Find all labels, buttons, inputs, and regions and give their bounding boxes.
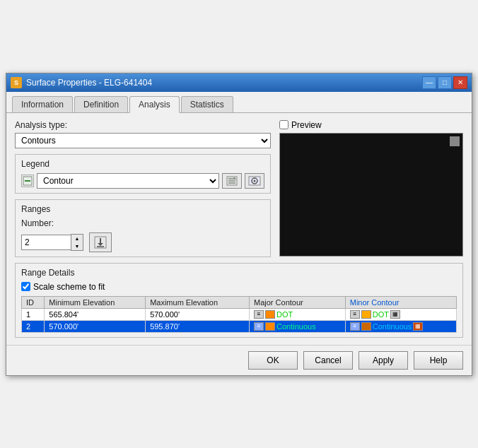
minor-pattern-icon-1[interactable]: ≡ bbox=[350, 310, 360, 319]
scale-checkbox-row: Scale scheme to fit bbox=[21, 282, 457, 292]
legend-icon bbox=[21, 175, 34, 187]
ok-button[interactable]: OK bbox=[248, 351, 298, 370]
number-input[interactable]: 2 bbox=[21, 235, 71, 250]
number-spinner: 2 ▲ ▼ bbox=[21, 234, 83, 251]
view-legend-button[interactable] bbox=[245, 173, 264, 189]
major-text-2: Continuous bbox=[276, 322, 316, 331]
range-table: ID Minimum Elevation Maximum Elevation M… bbox=[21, 296, 457, 333]
table-row[interactable]: 1 565.804' 570.000' ≡ DOT ≡ bbox=[22, 308, 457, 320]
cell-major-1: ≡ DOT bbox=[250, 308, 346, 320]
title-buttons: — □ ✕ bbox=[422, 76, 467, 89]
preview-label: Preview bbox=[291, 120, 322, 130]
major-pattern-icon-1[interactable]: ≡ bbox=[254, 310, 264, 319]
title-bar: S Surface Properties - ELG-641404 — □ ✕ bbox=[6, 73, 472, 92]
cell-min-1: 565.804' bbox=[45, 308, 146, 320]
legend-section: Legend Contour bbox=[15, 154, 271, 194]
major-color-icon-2[interactable] bbox=[265, 322, 275, 331]
cell-minor-2: ≡ Continuous ▦ bbox=[345, 320, 456, 332]
major-color-icon-1[interactable] bbox=[265, 310, 275, 319]
analysis-type-row: Contours bbox=[15, 133, 271, 148]
tab-bar: Information Definition Analysis Statisti… bbox=[6, 92, 472, 113]
top-row: Analysis type: Contours Legend bbox=[15, 120, 463, 257]
number-label: Number: bbox=[21, 218, 264, 228]
minor-color-icon-1[interactable] bbox=[361, 310, 371, 319]
cell-max-2: 595.870' bbox=[146, 320, 250, 332]
cell-min-2: 570.000' bbox=[45, 320, 146, 332]
tab-information[interactable]: Information bbox=[12, 96, 73, 112]
col-header-min-elev: Minimum Elevation bbox=[45, 296, 146, 308]
major-icons-2: ≡ Continuous bbox=[254, 322, 341, 331]
legend-row: Contour bbox=[21, 173, 264, 189]
main-window: S Surface Properties - ELG-641404 — □ ✕ … bbox=[6, 73, 472, 376]
analysis-type-label: Analysis type: bbox=[15, 120, 271, 130]
app-icon: S bbox=[11, 77, 22, 88]
col-header-major: Major Contour bbox=[250, 296, 346, 308]
tab-analysis[interactable]: Analysis bbox=[129, 96, 180, 113]
legend-title: Legend bbox=[21, 159, 264, 169]
scale-scheme-label: Scale scheme to fit bbox=[33, 282, 105, 292]
minor-extra-icon-1[interactable]: ▦ bbox=[390, 310, 400, 319]
title-bar-left: S Surface Properties - ELG-641404 bbox=[11, 77, 152, 88]
analysis-type-select[interactable]: Contours bbox=[15, 133, 271, 148]
preview-checkbox[interactable] bbox=[279, 120, 288, 129]
minor-extra-icon-2[interactable]: ▦ bbox=[413, 322, 423, 331]
window-title: Surface Properties - ELG-641404 bbox=[26, 78, 152, 88]
cell-major-2: ≡ Continuous bbox=[250, 320, 346, 332]
legend-select[interactable]: Contour bbox=[37, 173, 219, 189]
download-button[interactable] bbox=[89, 232, 112, 252]
minor-icons-2: ≡ Continuous ▦ bbox=[350, 322, 452, 331]
table-row[interactable]: 2 570.000' 595.870' ≡ Continuous bbox=[22, 320, 457, 332]
col-header-max-elev: Maximum Elevation bbox=[146, 296, 250, 308]
range-details-section: Range Details Scale scheme to fit ID Min… bbox=[15, 263, 463, 338]
cell-minor-1: ≡ DOT ▦ bbox=[345, 308, 456, 320]
spin-down-button[interactable]: ▼ bbox=[71, 242, 83, 250]
spin-up-button[interactable]: ▲ bbox=[71, 235, 83, 242]
close-button[interactable]: ✕ bbox=[453, 76, 467, 89]
col-header-minor: Minor Contour bbox=[345, 296, 456, 308]
col-header-id: ID bbox=[22, 296, 45, 308]
major-icons-1: ≡ DOT bbox=[254, 310, 341, 319]
cell-id-2: 2 bbox=[22, 320, 45, 332]
tab-statistics[interactable]: Statistics bbox=[181, 96, 233, 112]
preview-area bbox=[279, 133, 463, 257]
range-details-title: Range Details bbox=[21, 268, 457, 278]
ranges-section: Ranges Number: 2 ▲ ▼ bbox=[15, 199, 271, 257]
right-panel: Preview bbox=[279, 120, 463, 257]
cancel-button[interactable]: Cancel bbox=[303, 351, 353, 370]
table-header-row: ID Minimum Elevation Maximum Elevation M… bbox=[22, 296, 457, 308]
main-content: Analysis type: Contours Legend bbox=[6, 113, 472, 345]
apply-button[interactable]: Apply bbox=[358, 351, 408, 370]
spinner-buttons: ▲ ▼ bbox=[71, 234, 83, 251]
edit-legend-button[interactable] bbox=[222, 173, 242, 189]
minimize-button[interactable]: — bbox=[422, 76, 436, 89]
bottom-buttons: OK Cancel Apply Help bbox=[6, 345, 472, 375]
minor-icons-1: ≡ DOT ▦ bbox=[350, 310, 452, 319]
scale-scheme-checkbox[interactable] bbox=[21, 282, 30, 291]
major-pattern-icon-2[interactable]: ≡ bbox=[254, 322, 264, 331]
minor-color-icon-2[interactable] bbox=[361, 322, 371, 331]
minor-text-1: DOT bbox=[373, 310, 389, 319]
help-button[interactable]: Help bbox=[414, 351, 463, 370]
ranges-title: Ranges bbox=[21, 204, 264, 214]
preview-checkbox-row: Preview bbox=[279, 120, 463, 130]
left-panel: Analysis type: Contours Legend bbox=[15, 120, 271, 257]
preview-corner-handle bbox=[450, 136, 460, 146]
svg-point-9 bbox=[254, 179, 256, 182]
number-row: 2 ▲ ▼ bbox=[21, 232, 264, 252]
cell-id-1: 1 bbox=[22, 308, 45, 320]
maximize-button[interactable]: □ bbox=[438, 76, 452, 89]
major-text-1: DOT bbox=[276, 310, 293, 319]
minor-text-2: Continuous bbox=[373, 322, 412, 331]
cell-max-1: 570.000' bbox=[146, 308, 250, 320]
minor-pattern-icon-2[interactable]: ≡ bbox=[350, 322, 360, 331]
tab-definition[interactable]: Definition bbox=[74, 96, 128, 112]
